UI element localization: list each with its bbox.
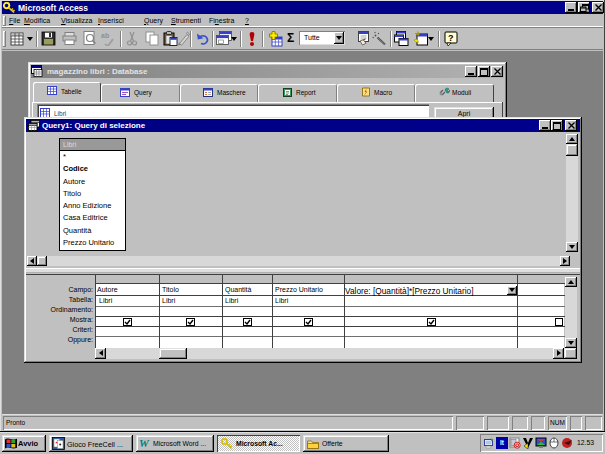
svg-text:ab: ab xyxy=(101,32,109,39)
svg-text:?: ? xyxy=(448,33,454,43)
